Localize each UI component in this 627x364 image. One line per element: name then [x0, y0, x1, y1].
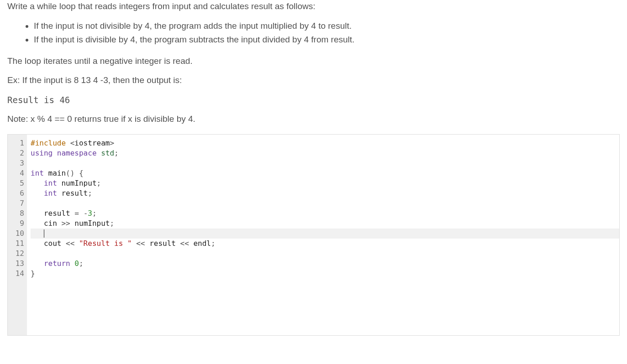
line-number: 4 — [12, 168, 24, 178]
code-line[interactable]: int result; — [31, 188, 619, 198]
code-area[interactable]: #include <iostream>using namespace std;i… — [27, 135, 619, 335]
intro-paragraph: Write a while loop that reads integers f… — [7, 0, 620, 13]
code-line[interactable]: cout << "Result is " << result << endl; — [31, 239, 619, 249]
line-number: 12 — [12, 249, 24, 259]
line-number: 8 — [12, 208, 24, 218]
code-line[interactable]: } — [31, 269, 619, 279]
note-paragraph: Note: x % 4 == 0 returns true if x is di… — [7, 113, 620, 126]
line-number: 6 — [12, 188, 24, 198]
problem-statement: Write a while loop that reads integers f… — [7, 0, 620, 126]
line-number: 9 — [12, 218, 24, 229]
line-number: 5 — [12, 178, 24, 188]
code-line[interactable]: return 0; — [31, 259, 619, 269]
code-line[interactable] — [31, 158, 619, 168]
code-line[interactable] — [31, 229, 619, 239]
code-editor[interactable]: 1234567891011121314 #include <iostream>u… — [7, 134, 620, 336]
line-number: 10 — [12, 229, 24, 239]
loop-condition-paragraph: The loop iterates until a negative integ… — [7, 55, 620, 68]
code-line[interactable] — [31, 249, 619, 259]
code-line[interactable] — [31, 198, 619, 208]
bullet-list: If the input is not divisible by 4, the … — [7, 20, 620, 47]
line-number: 13 — [12, 259, 24, 269]
code-line[interactable]: int numInput; — [31, 178, 619, 188]
example-output: Result is 46 — [7, 94, 620, 107]
line-number: 2 — [12, 148, 24, 158]
line-number-gutter: 1234567891011121314 — [8, 135, 27, 335]
line-number: 14 — [12, 269, 24, 279]
code-line[interactable]: using namespace std; — [31, 148, 619, 158]
bullet-item: If the input is not divisible by 4, the … — [34, 20, 620, 33]
text-cursor — [44, 229, 44, 238]
code-line[interactable]: cin >> numInput; — [31, 218, 619, 229]
line-number: 3 — [12, 158, 24, 168]
code-line[interactable]: #include <iostream> — [31, 138, 619, 148]
example-intro-paragraph: Ex: If the input is 8 13 4 -3, then the … — [7, 74, 620, 87]
line-number: 1 — [12, 138, 24, 148]
bullet-item: If the input is divisible by 4, the prog… — [34, 33, 620, 47]
code-line[interactable]: int main() { — [31, 168, 619, 178]
line-number: 11 — [12, 239, 24, 249]
line-number: 7 — [12, 198, 24, 208]
code-line[interactable]: result = -3; — [31, 208, 619, 218]
